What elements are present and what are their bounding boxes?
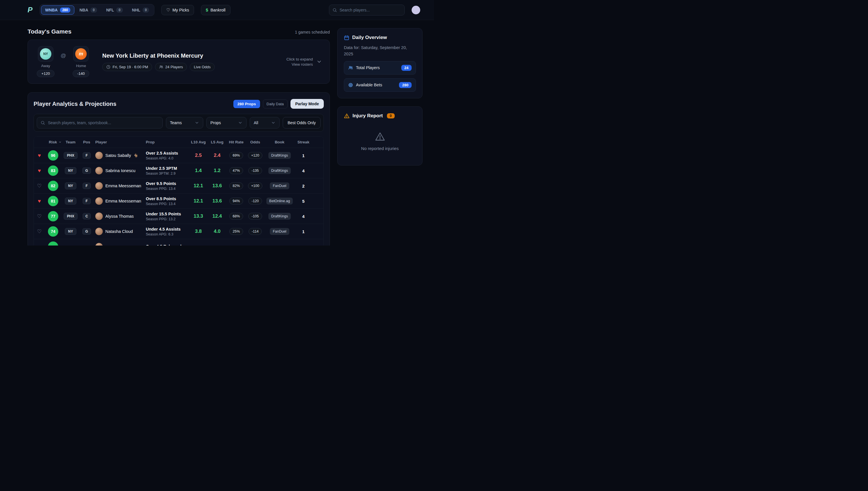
l5-avg: 13.6 (208, 183, 226, 189)
team-badge: NY (65, 182, 76, 189)
favorite-heart-icon[interactable]: ♡ (34, 229, 45, 234)
column-header-risk[interactable]: Risk (34, 140, 61, 144)
matchup-teams: NY Away +120 @ m Home -140 (35, 46, 91, 77)
column-header-l10[interactable]: L10 Avg (189, 140, 208, 144)
odds-badge[interactable]: +100 (248, 182, 262, 189)
top-navbar: P WNBA 280 NBA 0 NFL 0 NHL 0 ♡ My Picks … (0, 0, 434, 20)
league-tab[interactable]: NBA 0 (76, 5, 101, 15)
injury-empty-state: No reported injuries (344, 132, 416, 151)
table-search-input[interactable] (37, 120, 162, 125)
my-picks-button[interactable]: ♡ My Picks (161, 5, 194, 15)
favorite-heart-icon[interactable]: ♥ (34, 244, 45, 246)
favorite-heart-icon[interactable]: ♡ (34, 183, 45, 189)
streak-value: 4 (295, 168, 324, 173)
table-row[interactable]: ♥ Over 4.5 Rebounds (34, 239, 324, 246)
odds-badge[interactable]: -120 (248, 198, 262, 204)
table-row[interactable]: ♡ 74 NY G Natasha Cloud Under 4.5 Assist… (34, 224, 324, 239)
book-badge[interactable]: FanDuel (270, 182, 289, 189)
book-badge[interactable]: BetOnline.ag (266, 198, 293, 204)
l5-avg: 4.0 (208, 229, 226, 234)
best-odds-only-button[interactable]: Best Odds Only (283, 117, 321, 128)
table-search (37, 117, 163, 128)
prop-season-detail: Season PPG: 13.4 (146, 187, 176, 191)
column-header-team[interactable]: Team (61, 140, 80, 144)
team-badge: NY (65, 198, 76, 204)
bankroll-button[interactable]: $ Bankroll (201, 5, 230, 15)
favorite-heart-icon[interactable]: ♥ (34, 168, 45, 173)
streak-value: 4 (295, 214, 324, 219)
game-card[interactable]: NY Away +120 @ m Home -140 New York Libe… (28, 39, 330, 84)
favorite-heart-icon[interactable]: ♥ (34, 153, 45, 158)
player-avatar (95, 197, 103, 205)
mercury-logo-icon: m (75, 48, 87, 60)
daily-overview-card: Daily Overview Data for: Saturday, Septe… (337, 28, 423, 98)
props-filter-dropdown[interactable]: Props (207, 117, 247, 128)
risk-score-badge: 74 (48, 226, 58, 237)
hit-rate-badge: 69% (229, 152, 243, 159)
column-header-book[interactable]: Book (264, 140, 295, 144)
teams-filter-dropdown[interactable]: Teams (166, 117, 203, 128)
book-badge[interactable]: DraftKings (268, 167, 291, 174)
league-label: NFL (106, 8, 114, 12)
column-header-player[interactable]: Player (93, 140, 146, 144)
favorite-heart-icon[interactable]: ♡ (34, 214, 45, 219)
target-icon (348, 83, 353, 87)
player-avatar (95, 212, 103, 220)
book-badge[interactable]: DraftKings (268, 213, 291, 220)
table-row[interactable]: ♥ 81 NY F Emma Meesseman Over 8.5 Points… (34, 193, 324, 208)
odds-badge[interactable]: +120 (248, 152, 262, 159)
league-tab[interactable]: NHL 0 (128, 5, 153, 15)
daily-data-button[interactable]: Daily Data (263, 99, 288, 108)
odds-badge[interactable]: -114 (249, 228, 262, 235)
available-bets-stat[interactable]: Available Bets 280 (344, 78, 416, 92)
my-picks-label: My Picks (172, 8, 189, 12)
app-logo[interactable]: P (28, 5, 33, 15)
table-row[interactable]: ♡ 77 PHX C Alyssa Thomas Under 15.5 Poin… (34, 208, 324, 224)
total-players-stat[interactable]: Total Players 24 (344, 61, 416, 75)
column-header-streak[interactable]: Streak (295, 140, 324, 144)
player-name: Emma Meesseman (105, 199, 141, 203)
book-badge[interactable]: DraftKings (268, 152, 291, 159)
column-header-prop[interactable]: Prop (146, 140, 189, 144)
all-filter-dropdown[interactable]: All (250, 117, 279, 128)
odds-badge[interactable]: -105 (248, 213, 262, 220)
league-tab[interactable]: NFL 0 (102, 5, 127, 15)
view-rosters-hint: View rosters (287, 62, 313, 66)
table-row[interactable]: ♡ 82 NY F Emma Meesseman Over 9.5 Points… (34, 178, 324, 193)
prop-line: Under 15.5 Points (146, 212, 181, 216)
no-injuries-message: No reported injuries (361, 146, 399, 151)
parlay-mode-button[interactable]: Parlay Mode (291, 99, 324, 109)
position-badge: F (83, 198, 90, 204)
column-header-l5[interactable]: L5 Avg (208, 140, 226, 144)
book-badge[interactable]: FanDuel (270, 228, 289, 235)
table-row[interactable]: ♥ 83 NY G Sabrina Ionescu Under 2.5 3PTM… (34, 163, 324, 178)
props-count-badge[interactable]: 280 Props (233, 100, 260, 108)
column-header-pos[interactable]: Pos (80, 140, 93, 144)
injury-count-badge: 0 (387, 113, 395, 118)
chevron-down-icon (271, 120, 276, 125)
column-header-odds[interactable]: Odds (246, 140, 264, 144)
streak-value: 2 (295, 183, 324, 189)
risk-score-badge: 82 (48, 181, 58, 191)
warning-outline-icon (375, 132, 385, 142)
l10-avg: 12.1 (189, 198, 208, 204)
main-column: Today's Games 1 games scheduled NY Away … (28, 28, 330, 246)
player-avatar (95, 152, 103, 159)
column-header-hit-rate[interactable]: Hit Rate (226, 140, 246, 144)
l10-avg: 3.8 (189, 229, 208, 234)
position-badge: F (83, 183, 90, 189)
league-tab[interactable]: WNBA 280 (41, 5, 74, 15)
user-avatar[interactable] (412, 6, 420, 15)
total-players-count: 24 (401, 65, 412, 71)
player-name: Sabrina Ionescu (105, 168, 135, 173)
odds-badge[interactable]: -135 (248, 167, 262, 174)
expand-hint: Click to expand (287, 57, 313, 61)
table-body: ♥ 96 PHX F Satou Sabally 🐐 Over 2.5 Assi… (34, 148, 324, 246)
table-row[interactable]: ♥ 96 PHX F Satou Sabally 🐐 Over 2.5 Assi… (34, 148, 324, 163)
daily-overview-title: Daily Overview (352, 35, 387, 40)
search-input[interactable] (329, 8, 404, 12)
away-team-logo: NY (38, 46, 53, 62)
l5-avg: 2.4 (208, 152, 226, 158)
favorite-heart-icon[interactable]: ♥ (34, 199, 45, 204)
expand-rosters-control[interactable]: Click to expand View rosters (287, 57, 322, 66)
